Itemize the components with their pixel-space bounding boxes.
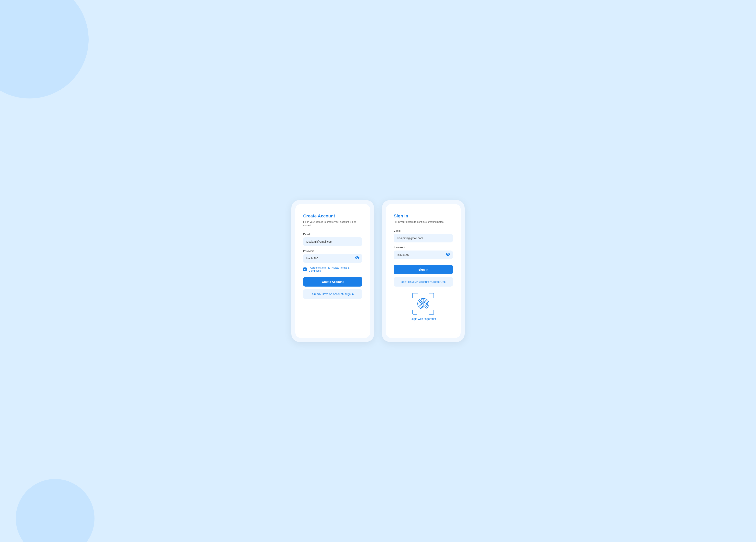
signin-password-wrapper xyxy=(394,250,453,259)
terms-text: I Agree to Note Pal Privacy Terms & Cond… xyxy=(309,266,362,272)
create-account-phone: Create Account Fill in your details to c… xyxy=(291,200,374,342)
fingerprint-section: Login with fingerprint xyxy=(394,293,453,321)
page-container: Create Account Fill in your details to c… xyxy=(283,192,473,350)
fingerprint-label: Login with fingerprint xyxy=(410,317,436,321)
password-field-group: Password xyxy=(303,249,362,263)
create-account-link-button[interactable]: Don't Have An Account? Create One xyxy=(394,277,453,287)
sign-in-subtitle: Fill in your details to continue creatin… xyxy=(394,220,453,224)
create-account-button[interactable]: Create Account xyxy=(303,277,362,287)
fp-corner-br xyxy=(429,310,434,315)
email-input[interactable] xyxy=(303,237,362,246)
email-label: E-mail xyxy=(303,233,362,236)
signin-toggle-password-icon[interactable] xyxy=(446,253,450,257)
signin-email-field-group: E-mail xyxy=(394,229,453,242)
sign-in-phone: Sign In Fill in your details to continue… xyxy=(382,200,465,342)
bg-decoration-1 xyxy=(0,0,89,98)
create-account-title: Create Account xyxy=(303,213,362,218)
password-wrapper xyxy=(303,254,362,263)
sign-in-title: Sign In xyxy=(394,213,453,218)
signin-password-input[interactable] xyxy=(394,250,453,259)
terms-checkbox[interactable] xyxy=(303,267,307,271)
sign-in-link-button[interactable]: Already Have An Account? Sign In xyxy=(303,289,362,299)
email-field-group: E-mail xyxy=(303,233,362,246)
signin-password-field-group: Password xyxy=(394,246,453,259)
sign-in-form: Sign In Fill in your details to continue… xyxy=(386,204,461,338)
fingerprint-frame[interactable] xyxy=(412,293,434,315)
terms-row: I Agree to Note Pal Privacy Terms & Cond… xyxy=(303,266,362,272)
password-label: Password xyxy=(303,249,362,252)
signin-password-label: Password xyxy=(394,246,453,249)
signin-email-input[interactable] xyxy=(394,234,453,242)
fp-corner-bl xyxy=(412,310,417,315)
sign-in-button[interactable]: Sign In xyxy=(394,265,453,275)
toggle-password-icon[interactable] xyxy=(355,256,359,260)
create-account-form: Create Account Fill in your details to c… xyxy=(295,204,370,338)
create-account-subtitle: Fill in your details to create your acco… xyxy=(303,220,362,227)
signin-email-label: E-mail xyxy=(394,229,453,232)
fingerprint-icon xyxy=(416,297,430,311)
bg-decoration-2 xyxy=(16,479,95,542)
password-input[interactable] xyxy=(303,254,362,263)
